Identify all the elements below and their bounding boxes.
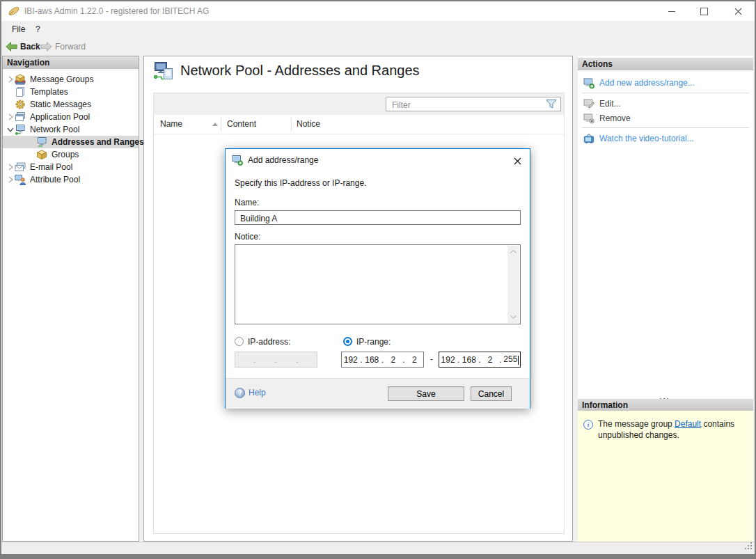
action-edit: Edit... bbox=[578, 97, 753, 110]
filter-box bbox=[386, 97, 561, 111]
filter-input[interactable] bbox=[391, 98, 540, 111]
name-input[interactable] bbox=[239, 212, 517, 225]
status-bar bbox=[1, 542, 755, 554]
column-header-name[interactable]: Name bbox=[160, 115, 182, 134]
chevron-right-icon[interactable] bbox=[6, 164, 15, 171]
sidebar-item-attribute-pool[interactable]: Attribute Pool bbox=[3, 173, 139, 186]
sidebar-item-label: Network Pool bbox=[30, 125, 79, 134]
action-label: Watch the video-tutorial... bbox=[599, 134, 694, 143]
sidebar-item-label: E-mail Pool bbox=[30, 162, 72, 172]
info-icon: i bbox=[583, 420, 593, 430]
sidebar-item-label: Application Pool bbox=[30, 112, 90, 122]
back-arrow-icon bbox=[6, 42, 17, 52]
actions-separator bbox=[582, 93, 749, 93]
groups-icon bbox=[36, 149, 47, 160]
scroll-up-icon[interactable] bbox=[507, 246, 519, 258]
sidebar-item-label: Templates bbox=[30, 87, 68, 97]
remove-address-icon bbox=[583, 113, 594, 124]
ip-range-from-field[interactable]: 192.168.2.2 bbox=[341, 352, 424, 368]
action-label: Remove bbox=[599, 113, 631, 123]
octet[interactable]: 192 bbox=[439, 355, 457, 365]
ip-range-to-field[interactable]: 192.168.2.255 bbox=[439, 352, 521, 368]
attribute-pool-icon bbox=[15, 174, 26, 185]
sidebar-item-label: Addresses and Ranges bbox=[52, 137, 144, 147]
column-divider[interactable] bbox=[291, 118, 292, 131]
back-label: Back bbox=[20, 42, 40, 52]
navigation-panel: Navigation Message Groups Templates Stat… bbox=[2, 56, 139, 542]
dialog-description: Specify this IP-address or IP-range. bbox=[235, 178, 366, 188]
sidebar-item-groups[interactable]: Groups bbox=[3, 148, 139, 161]
notice-label: Notice: bbox=[235, 232, 260, 242]
octet[interactable]: 192 bbox=[342, 355, 360, 365]
ip-range-radio-label[interactable]: IP-range: bbox=[356, 336, 391, 347]
octet[interactable]: 2 bbox=[384, 355, 402, 365]
octet[interactable]: 168 bbox=[460, 355, 478, 365]
application-window: IBI-aws Admin 1.22.0 - registered for IB… bbox=[0, 0, 756, 559]
ip-address-radio[interactable] bbox=[235, 337, 244, 346]
sidebar-item-addresses-and-ranges[interactable]: Addresses and Ranges bbox=[3, 136, 139, 148]
sidebar-item-network-pool[interactable]: Network Pool bbox=[3, 123, 139, 136]
sidebar-item-label: Static Messages bbox=[30, 100, 91, 109]
application-pool-icon bbox=[15, 111, 26, 123]
dialog-footer: ? Help Save Cancel bbox=[226, 378, 530, 409]
scroll-down-icon[interactable] bbox=[507, 311, 519, 323]
column-header-content[interactable]: Content bbox=[227, 115, 256, 134]
chevron-right-icon[interactable] bbox=[6, 76, 15, 83]
chevron-right-icon[interactable] bbox=[6, 176, 15, 183]
sidebar-item-label: Message Groups bbox=[30, 74, 93, 84]
notice-textarea[interactable] bbox=[235, 244, 521, 324]
save-button[interactable]: Save bbox=[388, 386, 464, 401]
chevron-right-icon[interactable] bbox=[6, 113, 15, 120]
action-watch-video-tutorial[interactable]: Watch the video-tutorial... bbox=[578, 131, 753, 146]
minimize-icon bbox=[668, 11, 675, 12]
ip-address-radio-label[interactable]: IP-address: bbox=[248, 336, 290, 347]
sidebar-item-label: Groups bbox=[52, 150, 79, 159]
add-address-dialog-icon bbox=[232, 155, 243, 168]
ip-address-field: ... bbox=[235, 352, 317, 368]
action-label: Add new address/range... bbox=[599, 78, 695, 88]
sidebar-item-static-messages[interactable]: Static Messages bbox=[3, 98, 139, 111]
action-add-new-address-range[interactable]: Add new address/range... bbox=[578, 75, 753, 90]
message-groups-icon bbox=[15, 74, 26, 85]
octet[interactable]: 255 bbox=[503, 354, 520, 364]
sidebar-item-templates[interactable]: Templates bbox=[3, 86, 139, 98]
templates-icon bbox=[15, 86, 26, 97]
close-icon bbox=[734, 8, 742, 15]
menu-file[interactable]: File bbox=[9, 21, 28, 38]
close-button[interactable] bbox=[723, 1, 753, 21]
dialog-close-button[interactable] bbox=[509, 153, 526, 168]
page-title: Network Pool - Addresses and Ranges bbox=[180, 63, 420, 79]
cancel-button[interactable]: Cancel bbox=[471, 386, 512, 401]
information-panel-body: i The message group Default contains unp… bbox=[578, 411, 753, 542]
information-text: The message group bbox=[598, 419, 675, 429]
help-link[interactable]: Help bbox=[249, 379, 266, 407]
sidebar-item-application-pool[interactable]: Application Pool bbox=[3, 111, 139, 123]
filter-strip bbox=[154, 93, 564, 115]
minimize-button[interactable] bbox=[656, 1, 688, 21]
ip-range-radio[interactable] bbox=[343, 337, 352, 346]
resize-grip[interactable] bbox=[744, 542, 753, 553]
information-panel-header: Information bbox=[578, 399, 753, 411]
filter-funnel-icon[interactable] bbox=[546, 99, 557, 111]
octet[interactable]: 168 bbox=[363, 355, 381, 365]
edit-address-icon bbox=[583, 98, 594, 109]
name-label: Name: bbox=[235, 198, 259, 207]
maximize-button[interactable] bbox=[688, 1, 720, 21]
column-header-notice[interactable]: Notice bbox=[297, 115, 320, 134]
octet[interactable]: 2 bbox=[482, 355, 499, 365]
back-button[interactable]: Back bbox=[6, 38, 40, 56]
default-message-group-link[interactable]: Default bbox=[675, 419, 701, 429]
column-divider[interactable] bbox=[221, 118, 221, 131]
octet[interactable]: 2 bbox=[406, 355, 424, 365]
forward-label: Forward bbox=[55, 42, 86, 52]
sidebar-item-message-groups[interactable]: Message Groups bbox=[3, 73, 139, 86]
right-sidebar: Actions Add new address/range... Edit...… bbox=[578, 56, 753, 542]
network-pool-title-icon bbox=[153, 62, 174, 84]
chevron-down-icon[interactable] bbox=[6, 126, 15, 133]
close-icon bbox=[514, 157, 521, 165]
title-bar: IBI-aws Admin 1.22.0 - registered for IB… bbox=[1, 1, 755, 21]
menu-help[interactable]: ? bbox=[33, 21, 43, 38]
sidebar-item-email-pool[interactable]: E-mail Pool bbox=[3, 161, 139, 173]
actions-separator bbox=[582, 127, 749, 128]
notice-scrollbar[interactable] bbox=[507, 246, 519, 323]
